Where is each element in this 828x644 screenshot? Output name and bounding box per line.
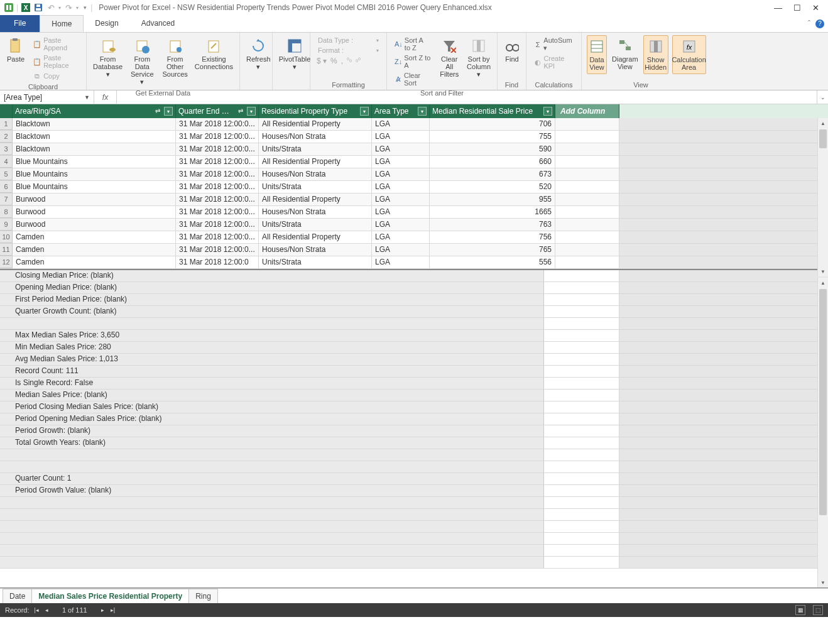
table-row[interactable]: 6Blue Mountains31 Mar 2018 12:00:0...Uni… [0, 181, 828, 194]
measure-cell2[interactable] [544, 306, 619, 317]
percent-button[interactable]: % [330, 57, 337, 65]
measure-cell2[interactable] [544, 533, 619, 544]
table-row[interactable]: 3Blacktown31 Mar 2018 12:00:0...Units/St… [0, 143, 828, 156]
measure-cell[interactable]: Max Median Sales Price: 3,650 [0, 330, 544, 341]
row-number[interactable]: 12 [0, 256, 13, 268]
cell-property-type[interactable]: Houses/Non Strata [259, 168, 372, 180]
measure-row[interactable]: Closing Median Price: (blank) [0, 270, 828, 282]
cell-property-type[interactable]: Units/Strata [259, 143, 372, 155]
nav-last-icon[interactable]: ▸| [111, 607, 115, 613]
measure-row[interactable] [0, 521, 828, 533]
measure-row[interactable]: Quarter Growth Count: (blank) [0, 306, 828, 318]
cell-property-type[interactable]: All Residential Property [259, 118, 372, 130]
filter-icon[interactable]: ▾ [164, 107, 173, 116]
scroll-down-icon[interactable]: ▼ [818, 266, 828, 276]
table-row[interactable]: 4Blue Mountains31 Mar 2018 12:00:0...All… [0, 156, 828, 168]
measure-cell[interactable] [0, 545, 544, 556]
cell-median[interactable]: 1665 [430, 206, 555, 218]
row-number[interactable]: 11 [0, 244, 13, 256]
help-icon[interactable]: ? [815, 19, 824, 28]
measure-cell2[interactable] [544, 282, 619, 293]
cell-quarter[interactable]: 31 Mar 2018 12:00:0... [176, 194, 259, 205]
format-dropdown[interactable]: Format :▾ [315, 45, 381, 55]
measure-cell[interactable]: Period Opening Median Sales Price: (blan… [0, 413, 544, 425]
tab-design[interactable]: Design [84, 15, 129, 32]
cell-quarter[interactable]: 31 Mar 2018 12:00:0... [176, 244, 259, 256]
sheet-tab-date[interactable]: Date [3, 589, 32, 603]
grid-view-icon[interactable]: ▦ [795, 605, 805, 615]
measure-cell2[interactable] [544, 485, 619, 496]
measure-cell2[interactable] [544, 449, 619, 461]
chevron-down-icon[interactable]: ▼ [84, 94, 90, 101]
sheet-tab-median[interactable]: Median Sales Price Residential Property [31, 589, 189, 603]
cell-area[interactable]: Blue Mountains [13, 181, 176, 193]
cell-area[interactable]: Blacktown [13, 118, 176, 130]
measure-row[interactable]: Median Sales Price: (blank) [0, 390, 828, 401]
measure-cell2[interactable] [544, 270, 619, 281]
cell-quarter[interactable]: 31 Mar 2018 12:00:0... [176, 156, 259, 168]
cell-area[interactable]: Burwood [13, 219, 176, 231]
cell-median[interactable]: 590 [430, 143, 555, 155]
cell-median[interactable]: 706 [430, 118, 555, 130]
row-number[interactable]: 6 [0, 181, 13, 193]
measure-row[interactable]: Avg Median Sales Price: 1,013 [0, 354, 828, 366]
measure-row[interactable]: Max Median Sales Price: 3,650 [0, 330, 828, 342]
measure-row[interactable]: Period Growth Value: (blank) [0, 485, 828, 497]
cell-property-type[interactable]: Houses/Non Strata [259, 206, 372, 218]
filter-icon[interactable]: ▾ [360, 107, 369, 116]
select-all-corner[interactable] [0, 104, 13, 118]
tab-home[interactable]: Home [40, 15, 84, 32]
measure-row[interactable]: Period Growth: (blank) [0, 425, 828, 437]
formula-expand-icon[interactable]: ⌄ [817, 90, 828, 104]
currency-button[interactable]: $ ▾ [317, 57, 327, 65]
scroll-up-icon[interactable]: ▲ [818, 118, 828, 128]
measure-cell[interactable]: Quarter Count: 1 [0, 473, 544, 484]
cell-quarter[interactable]: 31 Mar 2018 12:00:0... [176, 118, 259, 130]
cell-add[interactable] [555, 244, 619, 256]
measure-cell2[interactable] [544, 401, 619, 413]
measure-cell[interactable]: Closing Median Price: (blank) [0, 270, 544, 281]
measure-cell2[interactable] [544, 557, 619, 568]
cell-quarter[interactable]: 31 Mar 2018 12:00:0... [176, 206, 259, 218]
measure-row[interactable]: Min Median Sales Price: 280 [0, 342, 828, 354]
increase-decimal-icon[interactable]: ⁰₀ [347, 57, 352, 65]
measure-row[interactable] [0, 533, 828, 545]
cell-area-type[interactable]: LGA [372, 118, 430, 130]
col-quarter-end[interactable]: Quarter End … ⇄▾ [176, 104, 259, 118]
sort-za-button[interactable]: Z↓Sort Z to A [392, 53, 433, 70]
from-other-sources-button[interactable]: From Other Sources [160, 35, 189, 80]
cell-area[interactable]: Camden [13, 256, 176, 268]
filter-icon[interactable]: ▾ [543, 107, 552, 116]
relation-icon[interactable]: ⇄ [154, 107, 161, 114]
cell-area-type[interactable]: LGA [372, 194, 430, 205]
redo-icon[interactable]: ↷ [63, 3, 74, 13]
cell-add[interactable] [555, 256, 619, 268]
cell-add[interactable] [555, 156, 619, 168]
cell-property-type[interactable]: All Residential Property [259, 156, 372, 168]
cell-area[interactable]: Camden [13, 244, 176, 256]
measure-cell[interactable]: Is Single Record: False [0, 378, 544, 389]
scrollbar-thumb[interactable] [819, 289, 827, 515]
minimize-button[interactable]: — [774, 3, 782, 13]
measure-cell2[interactable] [544, 437, 619, 449]
measure-row[interactable]: Quarter Count: 1 [0, 473, 828, 485]
row-number[interactable]: 8 [0, 206, 13, 218]
calculation-area-button[interactable]: fxCalculationArea [672, 35, 706, 74]
maximize-button[interactable]: ☐ [793, 3, 801, 13]
cell-area[interactable]: Blacktown [13, 143, 176, 155]
measure-cell[interactable] [0, 509, 544, 520]
show-hidden-button[interactable]: ShowHidden [643, 35, 668, 74]
measure-row[interactable]: Is Single Record: False [0, 378, 828, 390]
measure-cell2[interactable] [544, 521, 619, 532]
measure-cell[interactable]: Min Median Sales Price: 280 [0, 342, 544, 353]
cell-median[interactable]: 673 [430, 168, 555, 180]
diagram-view-icon[interactable]: ⬚ [813, 605, 823, 615]
save-icon[interactable] [33, 3, 43, 13]
comma-button[interactable]: , [341, 57, 343, 65]
table-row[interactable]: 5Blue Mountains31 Mar 2018 12:00:0...Hou… [0, 168, 828, 181]
measure-cell[interactable]: Opening Median Price: (blank) [0, 282, 544, 293]
measure-cell[interactable]: Period Growth Value: (blank) [0, 485, 544, 496]
qat-customize[interactable]: ▾ [84, 4, 87, 11]
measure-row[interactable] [0, 509, 828, 521]
clear-sort-button[interactable]: A̷Clear Sort [392, 70, 433, 88]
